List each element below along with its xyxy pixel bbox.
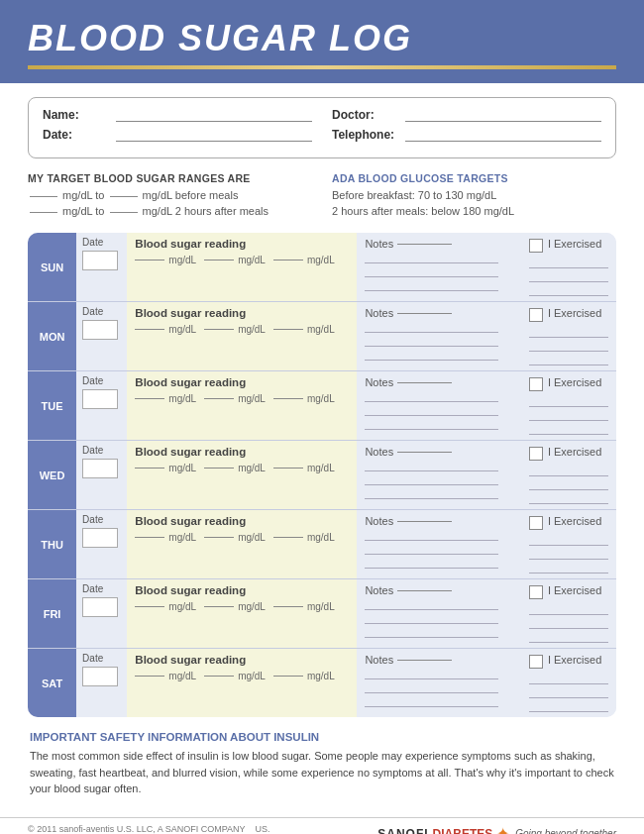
patient-info-box: Name: Date: Doctor: Telephone: [28,97,616,158]
exercise-line3[interactable] [529,494,608,504]
exercise-line3[interactable] [529,425,608,435]
reading-blank3[interactable] [273,606,303,607]
exercise-line3[interactable] [529,286,608,296]
exercise-line1[interactable] [529,675,608,684]
exercise-line2[interactable] [529,480,608,490]
notes-line3[interactable] [365,489,498,499]
exercise-line1[interactable] [529,605,608,615]
exercise-line3[interactable] [529,633,608,643]
reading-blank1[interactable] [135,606,164,607]
exercise-checkbox-sat[interactable] [529,655,543,669]
notes-line2[interactable] [365,406,498,416]
patient-info-left: Name: Date: [43,108,312,148]
exercise-checkbox-sun[interactable] [529,239,543,253]
notes-blank[interactable] [397,590,452,591]
notes-line3[interactable] [365,420,498,430]
notes-blank[interactable] [397,660,452,661]
exercise-line3[interactable] [529,564,608,573]
reading-blank2[interactable] [204,329,234,330]
reading-blank1[interactable] [135,260,164,261]
reading-blank1[interactable] [135,398,164,399]
exercise-line1[interactable] [529,536,608,546]
notes-line1[interactable] [365,600,498,610]
reading-blank2[interactable] [204,398,234,399]
notes-blank[interactable] [397,244,452,245]
exercise-checkbox-mon[interactable] [529,308,543,322]
date-input-thu[interactable] [82,528,118,548]
reading-blank2[interactable] [204,468,234,469]
notes-line1[interactable] [365,462,498,471]
reading-blank1[interactable] [135,676,164,677]
notes-line1[interactable] [365,392,498,402]
exercise-checkbox-thu[interactable] [529,516,543,530]
before-blank2[interactable] [110,196,138,197]
notes-blank[interactable] [397,313,452,314]
day-label-wed: WED [28,441,76,510]
notes-line2[interactable] [365,683,498,693]
reading-blank3[interactable] [273,398,303,399]
date-input-wed[interactable] [82,459,118,478]
sanofi-logo-icon: ✦ [496,824,509,834]
before-blank1[interactable] [30,196,57,197]
date-input-tue[interactable] [82,389,118,409]
notes-blank[interactable] [397,382,452,383]
notes-line1[interactable] [365,670,498,679]
exercise-line2[interactable] [529,342,608,352]
notes-line2[interactable] [365,545,498,555]
exercise-line3[interactable] [529,702,608,712]
notes-blank[interactable] [397,452,452,453]
notes-line3[interactable] [365,559,498,569]
reading-blank3[interactable] [273,468,303,469]
doctor-line[interactable] [405,108,601,122]
exercise-checkbox-tue[interactable] [529,377,543,391]
reading-blank2[interactable] [204,260,234,261]
exercise-checkbox-fri[interactable] [529,585,543,599]
notes-line2[interactable] [365,337,498,347]
reading-blank3[interactable] [273,537,303,538]
exercise-line1[interactable] [529,259,608,268]
exercise-line2[interactable] [529,550,608,560]
after-blank1[interactable] [30,212,57,213]
after-blank2[interactable] [110,212,138,213]
telephone-line[interactable] [405,128,601,142]
notes-line3[interactable] [365,628,498,638]
reading-blank1[interactable] [135,329,164,330]
exercise-line3[interactable] [529,356,608,365]
exercise-line2[interactable] [529,688,608,698]
notes-line3[interactable] [365,281,498,291]
notes-line2[interactable] [365,475,498,485]
notes-line1[interactable] [365,254,498,263]
exercise-line2[interactable] [529,619,608,629]
reading-blank3[interactable] [273,676,303,677]
date-input-sun[interactable] [82,251,118,270]
reading-blank1[interactable] [135,537,164,538]
date-input-mon[interactable] [82,320,118,340]
name-line[interactable] [116,108,312,122]
exercise-checkbox-wed[interactable] [529,447,543,461]
reading-blank3[interactable] [273,329,303,330]
date-input-fri[interactable] [82,597,118,617]
notes-line2[interactable] [365,614,498,624]
exercise-line2[interactable] [529,272,608,282]
reading-blank2[interactable] [204,537,234,538]
reading-blank1[interactable] [135,468,164,469]
exercise-line2[interactable] [529,411,608,421]
reading-cell-tue: Blood sugar reading mg/dL mg/dL mg/dL [127,371,357,441]
notes-line2[interactable] [365,267,498,277]
exercise-line1[interactable] [529,397,608,407]
reading-blank2[interactable] [204,676,234,677]
exercise-line1[interactable] [529,467,608,476]
reading-blank3[interactable] [273,260,303,261]
reading-blank2[interactable] [204,606,234,607]
notes-line3[interactable] [365,697,498,707]
date-input-sat[interactable] [82,667,118,686]
notes-line1[interactable] [365,531,498,541]
notes-blank[interactable] [397,521,452,522]
notes-line1[interactable] [365,323,498,333]
date-line[interactable] [116,128,312,142]
exercise-line1[interactable] [529,328,608,338]
notes-line3[interactable] [365,351,498,361]
targets-section: MY TARGET BLOOD SUGAR RANGES ARE mg/dL t… [28,172,616,221]
date-label: Date: [43,128,112,142]
footer-tagline: Going beyond together [515,828,616,834]
